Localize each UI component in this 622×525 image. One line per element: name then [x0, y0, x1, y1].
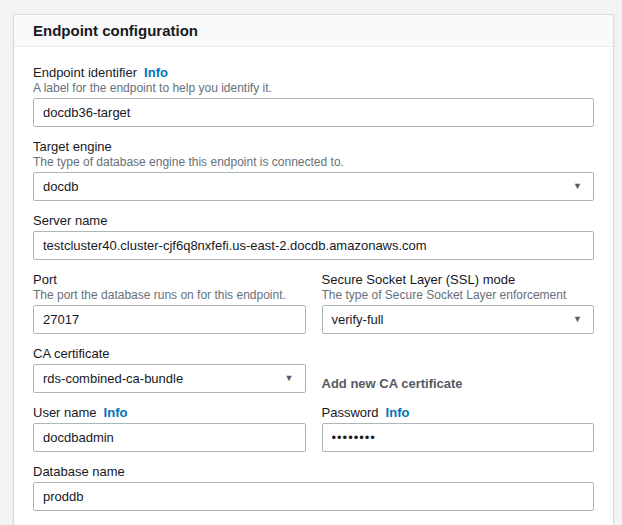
port-field: Port The port the database runs on for t… — [33, 272, 306, 334]
user-name-field: User nameInfo — [33, 405, 306, 452]
endpoint-identifier-label-row: Endpoint identifierInfo — [33, 65, 594, 80]
ssl-mode-description: The type of Secure Socket Layer enforcem… — [322, 288, 595, 302]
user-name-input[interactable] — [33, 423, 306, 452]
ssl-mode-selected-value: verify-full — [332, 312, 384, 327]
endpoint-identifier-label: Endpoint identifier — [33, 65, 137, 80]
target-engine-select[interactable]: docdb ▼ — [33, 172, 594, 201]
card-header: Endpoint configuration — [14, 15, 613, 47]
ca-certificate-selected-value: rds-combined-ca-bundle — [43, 371, 183, 386]
endpoint-configuration-card: Endpoint configuration Endpoint identifi… — [13, 14, 614, 525]
target-engine-field: Target engine The type of database engin… — [33, 139, 594, 201]
user-name-info-link[interactable]: Info — [104, 405, 128, 420]
password-input[interactable] — [322, 423, 595, 452]
ca-certificate-label: CA certificate — [33, 346, 306, 361]
ca-certificate-row: CA certificate rds-combined-ca-bundle ▼ … — [33, 346, 594, 393]
endpoint-identifier-input[interactable] — [33, 98, 594, 127]
card-body: Endpoint identifierInfo A label for the … — [14, 47, 613, 525]
server-name-field: Server name — [33, 213, 594, 260]
ca-certificate-action-col: Add new CA certificate — [322, 346, 595, 393]
add-new-ca-certificate-button[interactable]: Add new CA certificate — [322, 376, 595, 391]
page-background: { "card": { "title": "Endpoint configura… — [0, 0, 622, 525]
target-engine-description: The type of database engine this endpoin… — [33, 155, 594, 169]
ssl-mode-select[interactable]: verify-full ▼ — [322, 305, 595, 334]
target-engine-label: Target engine — [33, 139, 594, 154]
server-name-input[interactable] — [33, 231, 594, 260]
port-label: Port — [33, 272, 306, 287]
database-name-field: Database name — [33, 464, 594, 511]
port-input[interactable] — [33, 305, 306, 334]
database-name-label: Database name — [33, 464, 594, 479]
target-engine-selected-value: docdb — [43, 179, 78, 194]
port-description: The port the database runs on for this e… — [33, 288, 306, 302]
endpoint-identifier-field: Endpoint identifierInfo A label for the … — [33, 65, 594, 127]
endpoint-identifier-description: A label for the endpoint to help you ide… — [33, 81, 594, 95]
ca-certificate-field: CA certificate rds-combined-ca-bundle ▼ — [33, 346, 306, 393]
credentials-row: User nameInfo PasswordInfo — [33, 405, 594, 452]
server-name-label: Server name — [33, 213, 594, 228]
user-name-label: User name — [33, 405, 97, 420]
dropdown-arrow-icon: ▼ — [573, 182, 582, 191]
card-title: Endpoint configuration — [33, 21, 594, 40]
user-name-label-row: User nameInfo — [33, 405, 306, 420]
password-info-link[interactable]: Info — [386, 405, 410, 420]
dropdown-arrow-icon: ▼ — [285, 374, 294, 383]
password-label-row: PasswordInfo — [322, 405, 595, 420]
password-field: PasswordInfo — [322, 405, 595, 452]
endpoint-identifier-info-link[interactable]: Info — [144, 65, 168, 80]
dropdown-arrow-icon: ▼ — [573, 315, 582, 324]
database-name-input[interactable] — [33, 482, 594, 511]
ssl-mode-label: Secure Socket Layer (SSL) mode — [322, 272, 595, 287]
port-ssl-row: Port The port the database runs on for t… — [33, 272, 594, 334]
ca-certificate-select[interactable]: rds-combined-ca-bundle ▼ — [33, 364, 306, 393]
password-label: Password — [322, 405, 379, 420]
ssl-mode-field: Secure Socket Layer (SSL) mode The type … — [322, 272, 595, 334]
